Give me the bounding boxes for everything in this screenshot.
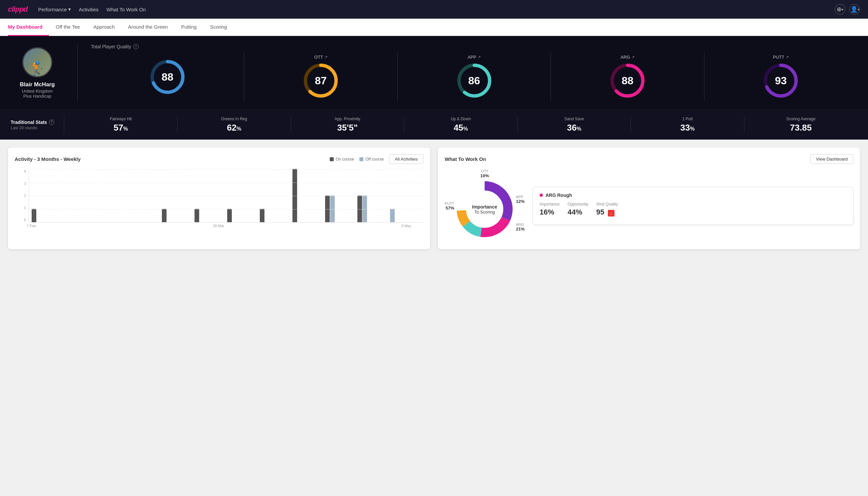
score-app: APP ↗ 86: [398, 52, 551, 102]
tab-off-the-tee[interactable]: Off the Tee: [49, 19, 86, 36]
info-card-header: ARG Rough: [540, 192, 846, 198]
sub-navigation: My Dashboard Off the Tee Approach Around…: [0, 19, 868, 36]
stat-value: 45%: [410, 123, 512, 133]
scores-section: Total Player Quality ? 88 OTT ↗: [91, 44, 857, 102]
hero-section: 🏌 Blair McHarg United Kingdom Plus Handi…: [0, 36, 868, 110]
what-to-work-on-card: What To Work On View Dashboard OTT 10% A…: [438, 148, 860, 249]
traditional-stats-section: Traditional Stats ? Last 20 rounds Fairw…: [0, 110, 868, 140]
x-label-1: 7 Feb: [27, 224, 36, 228]
info-dot: [540, 193, 543, 197]
putt-label: PUTT ↗: [773, 55, 789, 60]
metric-name: Shot Quality: [596, 202, 618, 206]
stat-value: 62%: [183, 123, 285, 133]
stat-label-section: Traditional Stats ? Last 20 rounds: [11, 120, 64, 130]
stat-greens-in-reg: Greens In Reg 62%: [177, 117, 290, 133]
donut-label-app: APP 12%: [516, 195, 525, 204]
bar-on-course: [194, 209, 199, 222]
stat-fairways-hit: Fairways Hit 57%: [64, 117, 177, 133]
player-country: United Kingdom: [22, 89, 53, 94]
bar-group-11: [358, 196, 388, 222]
bar-group-6: [194, 209, 225, 222]
bar-group-1: [32, 209, 62, 222]
score-putt: PUTT ↗ 93: [705, 52, 857, 102]
arrow-up-icon: ↗: [478, 55, 480, 59]
add-button[interactable]: ⊕ ▾: [835, 4, 845, 15]
putt-value: 93: [775, 75, 787, 87]
bar-group-12: [390, 209, 421, 222]
stats-grid: Fairways Hit 57% Greens In Reg 62% App. …: [64, 117, 857, 133]
chart-title: Activity - 3 Months - Weekly: [15, 156, 81, 162]
tab-scoring[interactable]: Scoring: [203, 19, 234, 36]
chevron-down-icon: ▾: [68, 6, 71, 12]
bar-chart: 0 1 2 3 4: [15, 169, 423, 228]
app-value: 86: [468, 75, 480, 87]
shot-quality-badge: ↓: [608, 210, 615, 217]
stat-name: Up & Down: [410, 117, 512, 121]
help-icon[interactable]: ?: [133, 44, 139, 49]
arg-value: 88: [621, 75, 633, 87]
avatar-image: 🏌: [23, 48, 51, 76]
app-label: APP ↗: [468, 55, 480, 60]
avatar: 🏌: [22, 47, 52, 77]
metric-name: Opportunity: [568, 202, 588, 206]
donut-label-arg: ARG 21%: [516, 222, 525, 232]
stat-value: 33%: [636, 123, 739, 133]
bar-group-7: [227, 209, 258, 222]
score-circles: 88 OTT ↗ 87 AP: [91, 52, 857, 102]
arg-rough-info-card: ARG Rough Importance 16% Opportunity 44%…: [533, 187, 853, 225]
bar-on-course: [358, 196, 362, 222]
stat-1-putt: 1 Putt 33%: [631, 117, 744, 133]
nav-what-to-work-on[interactable]: What To Work On: [107, 6, 146, 12]
stat-name: Greens In Reg: [183, 117, 285, 121]
legend-on-course: On course: [330, 157, 354, 161]
tab-approach[interactable]: Approach: [86, 19, 121, 36]
bar-on-course: [227, 209, 232, 222]
score-overall: 88: [91, 52, 244, 102]
arg-circle: 88: [609, 62, 646, 99]
donut-center: Importance To Scoring: [472, 204, 497, 215]
metric-value: 44%: [568, 208, 588, 217]
putt-circle: 93: [762, 62, 799, 99]
arg-label: ARG ↗: [620, 55, 634, 60]
stat-subtitle: Last 20 rounds: [11, 126, 64, 130]
vertical-divider: [77, 44, 78, 102]
metric-value: 16%: [540, 208, 559, 217]
metric-importance: Importance 16%: [540, 202, 559, 217]
activity-chart-card: Activity - 3 Months - Weekly On course O…: [8, 148, 430, 249]
arrow-up-icon: ↗: [632, 55, 634, 59]
help-icon[interactable]: ?: [49, 120, 54, 125]
user-menu-button[interactable]: 👤 ▾: [849, 4, 860, 15]
wtwo-title: What To Work On: [445, 156, 486, 162]
view-dashboard-button[interactable]: View Dashboard: [810, 154, 853, 164]
tab-putting[interactable]: Putting: [175, 19, 204, 36]
tab-my-dashboard[interactable]: My Dashboard: [8, 19, 49, 36]
stat-name: 1 Putt: [636, 117, 739, 121]
stat-title: Traditional Stats ?: [11, 120, 64, 125]
bars-container: [29, 169, 423, 222]
tab-around-the-green[interactable]: Around the Green: [121, 19, 174, 36]
bar-on-course: [162, 209, 167, 222]
donut-chart: OTT 10% APP 12% ARG 21% PUTT 57%: [445, 169, 525, 243]
score-arg: ARG ↗ 88: [551, 52, 704, 102]
nav-performance[interactable]: Performance ▾: [38, 6, 71, 12]
overall-value: 88: [161, 71, 174, 83]
stat-scoring-average: Scoring Average 73.85: [744, 117, 857, 133]
plus-icon: ⊕: [837, 6, 842, 13]
player-handicap: Plus Handicap: [23, 94, 51, 98]
y-label-3: 3: [24, 182, 26, 186]
legend-dot-on-course: [330, 157, 334, 161]
info-metrics: Importance 16% Opportunity 44% Shot Qual…: [540, 202, 846, 217]
stat-up-and-down: Up & Down 45%: [404, 117, 517, 133]
bar-on-course: [325, 196, 330, 222]
nav-activities[interactable]: Activities: [79, 6, 99, 12]
stat-name: Sand Save: [523, 117, 625, 121]
user-icon: 👤: [850, 6, 858, 13]
bottom-section: Activity - 3 Months - Weekly On course O…: [0, 140, 868, 257]
metric-opportunity: Opportunity 44%: [568, 202, 588, 217]
chevron-down-icon: ▾: [858, 7, 859, 11]
score-ott: OTT ↗ 87: [244, 52, 397, 102]
legend-dot-off-course: [359, 157, 363, 161]
metric-shot-quality: Shot Quality 95 ↓: [596, 202, 618, 217]
all-activities-button[interactable]: All Activities: [389, 154, 423, 164]
ott-label: OTT ↗: [314, 55, 327, 60]
